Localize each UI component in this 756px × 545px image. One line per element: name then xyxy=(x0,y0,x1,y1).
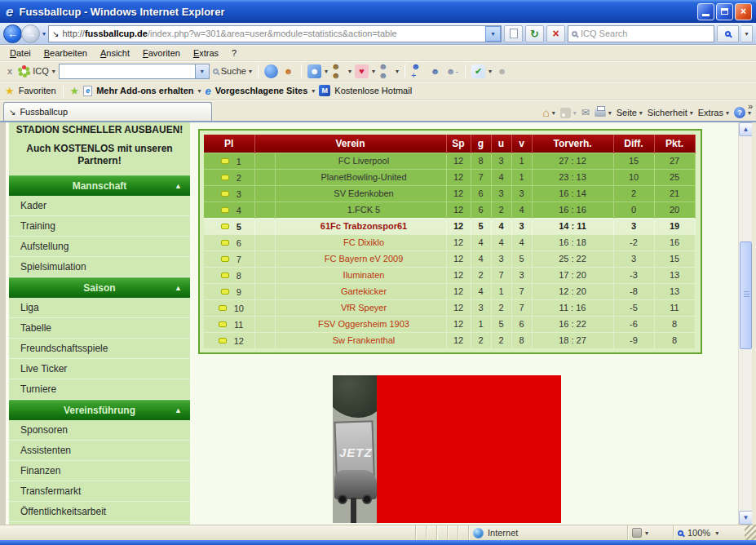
restore-button[interactable] xyxy=(716,3,733,20)
suggested-sites-dropdown-icon[interactable]: ▾ xyxy=(312,87,315,95)
icq-attach-icon[interactable]: ☻ xyxy=(495,64,509,78)
zoom-control[interactable]: 100% ▾ xyxy=(673,525,745,540)
icq-check-icon[interactable]: ✔ xyxy=(471,64,485,78)
close-button[interactable]: × xyxy=(735,3,752,20)
menu-bearbeiten[interactable]: Bearbeiten xyxy=(38,47,94,60)
icq-contacts-icon[interactable]: ☻☻ xyxy=(331,64,345,78)
team-link[interactable]: 61Fc Trabzonspor61 xyxy=(275,218,446,234)
sidebar-section-saison[interactable]: Saison▲ xyxy=(9,277,190,298)
resize-grip[interactable] xyxy=(745,525,756,540)
icq-web-icon[interactable] xyxy=(264,64,278,78)
tools-menu-button[interactable]: Extras▾ xyxy=(698,108,729,117)
sidebar-item-finanzen[interactable]: Finanzen xyxy=(9,461,190,481)
team-link[interactable]: FC Dixiklo xyxy=(275,234,446,250)
losses: 1 xyxy=(511,169,532,185)
compatibility-view-button[interactable] xyxy=(504,25,523,42)
icq-remove-contact-icon[interactable]: ☻- xyxy=(445,64,459,78)
sidebar-item-öffentlichkeitsarbeit[interactable]: Öffentlichkeitsarbeit xyxy=(9,502,190,522)
icq-people-search-icon[interactable]: ☻ xyxy=(281,64,295,78)
read-mail-button[interactable]: ✉ xyxy=(581,108,590,117)
url-input[interactable]: ↘ http://fussballcup.de/index.php?w=301&… xyxy=(48,25,502,42)
sidebar-item-live-ticker[interactable]: Live Ticker xyxy=(9,359,190,379)
menu-ansicht[interactable]: Ansicht xyxy=(94,47,136,60)
icq-add-contact-icon[interactable]: ☻+ xyxy=(411,64,425,78)
menu-datei[interactable]: Datei xyxy=(3,47,38,60)
team-link[interactable]: FC Liverpool xyxy=(275,153,446,169)
suggested-sites-button[interactable]: Vorgeschlagene Sites xyxy=(215,86,308,95)
team-link[interactable]: Sw Frankenthal xyxy=(275,332,446,348)
sidebar-item-sponsoren[interactable]: Sponsoren xyxy=(9,420,190,441)
sidebar-item-aufstellung[interactable]: Aufstellung xyxy=(9,237,190,257)
team-link[interactable]: FSV Oggersheim 1903 xyxy=(275,316,446,332)
menu-favoriten[interactable]: Favoriten xyxy=(136,47,187,60)
home-button[interactable]: ⌂▾ xyxy=(542,107,555,118)
ad-banner[interactable]: JETZ xyxy=(333,375,561,523)
menu-hilfe[interactable]: ? xyxy=(225,47,243,60)
menu-extras[interactable]: Extras xyxy=(187,47,225,60)
search-go-button[interactable] xyxy=(717,25,739,42)
refresh-button[interactable]: ↻ xyxy=(525,25,544,42)
sidebar-item-transfermarkt[interactable]: Transfermarkt xyxy=(9,481,190,502)
sidebar-ad[interactable]: STADION SCHNELLER AUSBAUEN! Auch KOSTENL… xyxy=(9,122,190,167)
team-link[interactable]: 1.FCK 5 xyxy=(275,202,446,218)
team-link[interactable]: FC Bayern eV 2009 xyxy=(275,250,446,267)
sidebar-item-freundschaftsspiele[interactable]: Freundschaftsspiele xyxy=(9,339,190,359)
add-ons-dropdown-icon[interactable]: ▾ xyxy=(198,87,201,95)
toolbar-overflow-button[interactable]: » xyxy=(748,101,753,111)
icq-search-combobox[interactable]: ▾ xyxy=(59,64,210,79)
combobox-dropdown-icon[interactable]: ▾ xyxy=(195,64,209,78)
back-button[interactable]: ← xyxy=(3,24,22,43)
hotmail-button[interactable]: Kostenlose Hotmail xyxy=(334,86,412,95)
feeds-button[interactable]: ▾ xyxy=(560,108,577,118)
sidebar-item-liga[interactable]: Liga xyxy=(9,298,190,318)
sidebar-item-spielsimulation[interactable]: Spielsimulation xyxy=(9,257,190,277)
icq-dropdown-icon[interactable]: ▾ xyxy=(52,68,55,75)
dropdown-icon[interactable]: ▾ xyxy=(645,529,648,537)
sidebar-item-turniere[interactable]: Turniere xyxy=(9,379,190,400)
search-input[interactable]: ICQ Search xyxy=(568,25,714,42)
dropdown-icon[interactable]: ▾ xyxy=(348,68,351,75)
icq-search-button[interactable]: Suche ▾ xyxy=(213,66,252,76)
zoom-dropdown-icon[interactable]: ▾ xyxy=(715,529,718,537)
protected-mode-pane[interactable]: ▾ xyxy=(627,525,673,540)
print-button[interactable]: ▾ xyxy=(595,109,612,117)
icq-select-contact-icon[interactable]: ☻ xyxy=(428,64,442,78)
search-options-button[interactable]: ▾ xyxy=(741,25,753,42)
sidebar-item-training[interactable]: Training xyxy=(9,216,190,237)
team-link[interactable]: Iluminaten xyxy=(275,267,446,283)
favorites-button[interactable]: Favoriten xyxy=(19,86,56,95)
security-menu-label: Sicherheit xyxy=(648,108,687,117)
team-link[interactable]: PlanetBowling-United xyxy=(275,169,446,185)
add-ons-button[interactable]: Mehr Add-ons erhalten xyxy=(96,86,193,95)
page-menu-button[interactable]: Seite▾ xyxy=(617,108,643,117)
minimize-button[interactable] xyxy=(697,3,714,20)
scrollbar-thumb[interactable] xyxy=(740,241,752,349)
sidebar-item-assistenten[interactable]: Assistenten xyxy=(9,441,190,461)
team-link[interactable]: SV Edenkoben xyxy=(275,185,446,202)
sidebar-item-kader[interactable]: Kader xyxy=(9,196,190,216)
icq-favorites-icon[interactable]: ♥ xyxy=(355,64,369,78)
url-dropdown-button[interactable]: ▾ xyxy=(485,26,501,42)
scroll-down-icon[interactable]: ▼ xyxy=(739,511,753,525)
sidebar-section-vereinsführung[interactable]: Vereinsführung▲ xyxy=(9,400,190,420)
sidebar-section-mannschaft[interactable]: Mannschaft▲ xyxy=(9,175,190,196)
toolbar-close-icon[interactable]: x xyxy=(5,66,15,76)
tab-fussballcup[interactable]: ↘ Fussballcup xyxy=(3,102,212,121)
team-link[interactable]: Gartekicker xyxy=(275,283,446,299)
vertical-scrollbar[interactable]: ▲ ▼ xyxy=(738,122,752,525)
history-dropdown-icon[interactable]: ▾ xyxy=(42,30,46,38)
dropdown-icon[interactable]: ▾ xyxy=(372,68,375,75)
dropdown-icon[interactable]: ▾ xyxy=(325,68,328,75)
sidebar-item-tabelle[interactable]: Tabelle xyxy=(9,318,190,339)
forward-button[interactable]: → xyxy=(21,24,40,43)
stop-button[interactable]: × xyxy=(546,25,565,42)
scroll-up-icon[interactable]: ▲ xyxy=(739,122,753,136)
icq-groups-icon[interactable]: ☻☻ xyxy=(378,64,392,78)
dropdown-icon[interactable]: ▾ xyxy=(396,68,399,75)
icq-chat-icon[interactable]: ☻ xyxy=(307,64,321,78)
team-link[interactable]: VfR Speyer xyxy=(275,299,446,316)
dropdown-icon[interactable]: ▾ xyxy=(489,68,492,75)
add-favorite-icon[interactable]: ★ xyxy=(70,85,80,97)
security-menu-button[interactable]: Sicherheit▾ xyxy=(648,108,693,117)
icq-brand-label[interactable]: ICQ xyxy=(33,66,49,76)
